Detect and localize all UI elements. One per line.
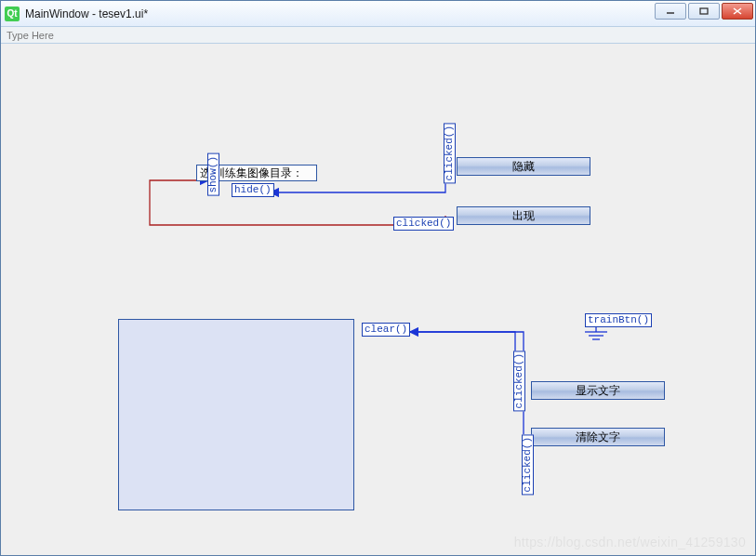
signal-clicked-appear: clicked() (393, 217, 454, 231)
watermark: https://blog.csdn.net/weixin_41259130 (514, 535, 746, 549)
slot-clear: clear() (362, 323, 410, 337)
window-titlebar: Qt MainWindow - tesev1.ui* (1, 1, 755, 27)
window-title: MainWindow - tesev1.ui* (25, 7, 148, 20)
button-clear-text-label: 清除文字 (576, 430, 620, 443)
slot-show: show() (207, 153, 219, 196)
button-clear-text[interactable]: 清除文字 (531, 428, 665, 446)
minimize-button[interactable] (655, 3, 686, 20)
button-show-text[interactable]: 显示文字 (531, 381, 665, 400)
button-show-text-label: 显示文字 (576, 384, 620, 397)
menubar[interactable]: Type Here (1, 27, 755, 44)
signal-clicked-cleartext: clicked() (522, 434, 534, 495)
window-controls (653, 3, 753, 20)
form-canvas[interactable]: 选 训练集图像目录： show() hide() 隐藏 clicked() 出现… (1, 44, 755, 555)
close-button[interactable] (722, 3, 753, 20)
qt-logo-icon: Qt (5, 7, 20, 21)
button-appear[interactable]: 出现 (457, 206, 590, 225)
svg-rect-1 (700, 8, 708, 14)
menubar-type-here[interactable]: Type Here (7, 30, 54, 41)
button-appear-label: 出现 (512, 209, 535, 222)
maximize-button[interactable] (688, 3, 720, 20)
text-edit[interactable] (118, 319, 354, 510)
signal-trainbtn: trainBtn() (585, 313, 652, 327)
signal-clicked-showtext: clicked() (513, 351, 525, 411)
slot-hide: hide() (232, 183, 274, 197)
button-hide[interactable]: 隐藏 (457, 157, 590, 176)
signal-slot-arrows (1, 44, 755, 555)
button-hide-label: 隐藏 (512, 160, 535, 173)
signal-clicked-hide: clicked() (444, 123, 456, 183)
